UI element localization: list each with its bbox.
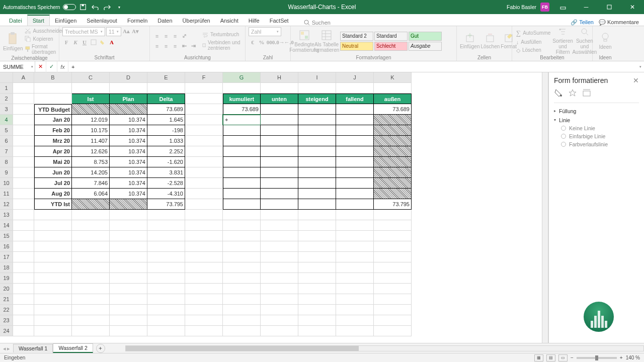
row-header[interactable]: 19	[0, 273, 13, 284]
cell[interactable]	[223, 136, 261, 146]
cell[interactable]	[374, 115, 412, 125]
cell[interactable]	[34, 94, 72, 104]
zoom-slider[interactable]	[577, 357, 617, 359]
cell[interactable]	[336, 326, 374, 336]
align-center-icon[interactable]: ≡	[162, 42, 170, 50]
cell[interactable]	[185, 178, 223, 189]
row-header[interactable]: 16	[0, 241, 13, 252]
cell[interactable]	[34, 83, 72, 94]
cell[interactable]: Ist	[72, 94, 110, 104]
cell[interactable]	[374, 241, 412, 252]
cell[interactable]: Jun 20	[34, 167, 72, 178]
tab-seitenlayout[interactable]: Seitenlayout	[82, 16, 122, 26]
column-header[interactable]: I	[298, 72, 336, 83]
close-icon[interactable]: ✕	[623, 0, 642, 14]
align-right-icon[interactable]: ≡	[171, 42, 179, 50]
cell[interactable]	[374, 220, 412, 231]
cell[interactable]: 10.374	[110, 189, 147, 199]
style-schlecht[interactable]: Schlecht	[374, 42, 408, 51]
cell[interactable]: kumuliert	[223, 94, 261, 104]
cell[interactable]: 1.033	[147, 136, 185, 146]
cell[interactable]	[13, 273, 34, 284]
name-box[interactable]: SUMME▾	[0, 61, 35, 72]
cell[interactable]	[374, 252, 412, 262]
cell[interactable]	[223, 189, 261, 199]
cell[interactable]	[72, 241, 110, 252]
cell[interactable]: Aug 20	[34, 189, 72, 199]
cell[interactable]: fallend	[336, 94, 374, 104]
row-header[interactable]: 10	[0, 178, 13, 189]
fill-button[interactable]: ↓Ausfüllen	[515, 39, 551, 46]
size-tab-icon[interactable]	[582, 88, 591, 99]
cell[interactable]	[298, 167, 336, 178]
cell[interactable]	[110, 305, 147, 315]
cell[interactable]	[223, 326, 261, 336]
cell[interactable]	[298, 210, 336, 220]
cell[interactable]	[147, 305, 185, 315]
number-format-select[interactable]: Zahl▾	[249, 27, 281, 36]
tab-ueberpruefen[interactable]: Überprüfen	[178, 16, 215, 26]
cell[interactable]	[147, 284, 185, 294]
cell[interactable]	[374, 294, 412, 305]
cell[interactable]	[336, 262, 374, 273]
cell[interactable]	[110, 104, 147, 115]
style-neutral[interactable]: Neutral	[340, 42, 373, 51]
cell[interactable]	[110, 199, 147, 210]
cell[interactable]	[374, 305, 412, 315]
cell[interactable]: 10.374	[110, 115, 147, 125]
cell[interactable]: Jul 20	[34, 178, 72, 189]
effects-tab-icon[interactable]	[568, 88, 577, 99]
line-option-none[interactable]: Keine Linie	[554, 124, 639, 132]
cell[interactable]: 7.846	[72, 178, 110, 189]
cell[interactable]	[13, 115, 34, 125]
cell[interactable]	[298, 125, 336, 136]
row-header[interactable]: 11	[0, 189, 13, 199]
find-select-button[interactable]: Suchen und Auswählen	[574, 27, 595, 55]
line-option-solid[interactable]: Einfarbige Linie	[554, 132, 639, 140]
cell[interactable]: YTD Ist	[34, 199, 72, 210]
view-pagelayout-icon[interactable]: ▤	[546, 354, 555, 361]
cell[interactable]: 73.795	[374, 199, 412, 210]
fx-icon[interactable]: fx	[57, 61, 68, 72]
cell[interactable]	[298, 231, 336, 241]
cell[interactable]	[185, 241, 223, 252]
undo-icon[interactable]	[90, 2, 100, 12]
cell[interactable]	[185, 252, 223, 262]
column-header[interactable]: C	[72, 72, 110, 83]
cell[interactable]	[72, 83, 110, 94]
cell[interactable]	[147, 326, 185, 336]
fill-section-header[interactable]: Füllung	[554, 106, 639, 115]
cell[interactable]: YTD Budget	[34, 104, 72, 115]
cell[interactable]	[261, 284, 298, 294]
cell[interactable]	[261, 104, 298, 115]
cell[interactable]	[261, 326, 298, 336]
cell[interactable]	[374, 83, 412, 94]
cell[interactable]	[336, 220, 374, 231]
paste-button[interactable]: Einfügen	[3, 32, 23, 51]
cell[interactable]	[72, 315, 110, 326]
cell[interactable]: 12.019	[72, 115, 110, 125]
cell[interactable]	[185, 94, 223, 104]
cell[interactable]	[72, 326, 110, 336]
sheet-tab-1[interactable]: Wasserfall 1	[13, 344, 53, 352]
cell[interactable]	[72, 210, 110, 220]
clear-button[interactable]: ◇Löschen	[515, 47, 551, 54]
ribbon-options-icon[interactable]	[553, 0, 573, 14]
sheet-tab-2[interactable]: Wasserfall 2	[53, 343, 93, 353]
horizontal-scrollbar[interactable]	[125, 345, 644, 351]
cell[interactable]	[34, 305, 72, 315]
cell[interactable]	[298, 252, 336, 262]
cell[interactable]: 73.689	[374, 104, 412, 115]
tab-ansicht[interactable]: Ansicht	[215, 16, 244, 26]
cell[interactable]	[336, 199, 374, 210]
cell[interactable]	[298, 294, 336, 305]
cell[interactable]	[298, 273, 336, 284]
cell[interactable]: -1.620	[147, 157, 185, 167]
cell[interactable]	[72, 104, 110, 115]
cell[interactable]	[374, 136, 412, 146]
cell[interactable]	[261, 115, 298, 125]
cell[interactable]	[298, 178, 336, 189]
align-left-icon[interactable]: ≡	[153, 42, 161, 50]
autosave-toggle[interactable]: Automatisches Speichern	[3, 4, 76, 10]
qat-dropdown-icon[interactable]: ▾	[114, 2, 124, 12]
